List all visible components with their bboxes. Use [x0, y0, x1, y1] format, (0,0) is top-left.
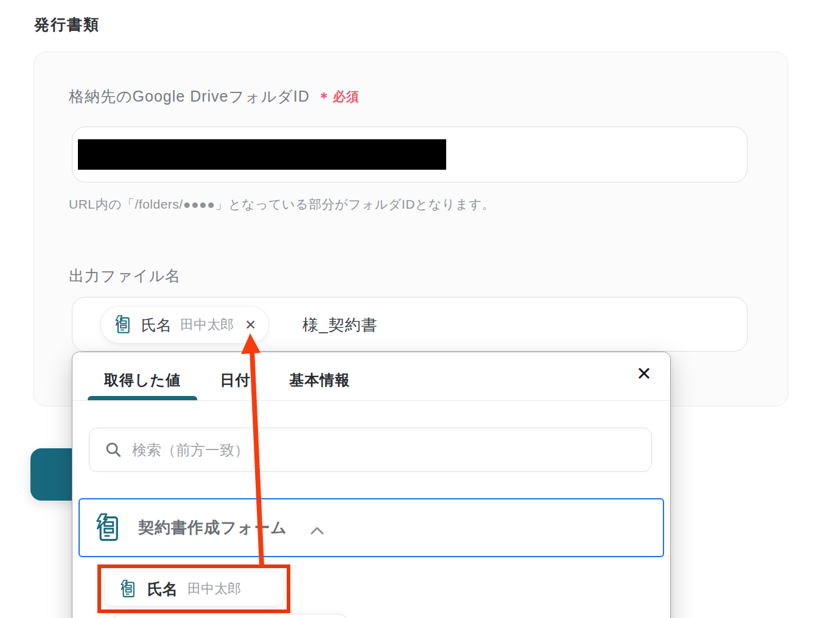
page-title: 発行書類: [34, 15, 100, 35]
search-box[interactable]: [89, 428, 652, 472]
form-icon: [91, 512, 123, 544]
tab-acquired-values-label: 取得した値: [104, 372, 181, 388]
filename-label: 出力ファイル名: [69, 266, 181, 286]
folder-id-helper-text: URL内の「/folders/●●●●」となっている部分がフォルダIDとなります…: [69, 196, 495, 213]
variable-chip[interactable]: 氏名 田中太郎 ✕: [100, 306, 269, 344]
chip-remove-icon[interactable]: ✕: [245, 317, 256, 333]
filename-static-text: 様_契約書: [303, 314, 377, 336]
option-field-value: 田中太郎: [187, 580, 241, 598]
folder-id-label-row: 格納先のGoogle DriveフォルダID ＊ 必須: [69, 86, 360, 106]
form-group-label: 契約書作成フォーム: [138, 517, 287, 538]
tab-acquired-values[interactable]: 取得した値: [88, 367, 197, 400]
option-field-name: 氏名: [147, 579, 178, 599]
required-label: 必須: [333, 88, 360, 105]
tab-date[interactable]: 日付: [203, 367, 267, 400]
active-tab-indicator: [88, 396, 197, 400]
chevron-up-icon[interactable]: [310, 526, 324, 535]
chip-field-value: 田中太郎: [180, 316, 234, 334]
form-icon: [112, 314, 133, 335]
field-option-item[interactable]: 氏名 田中太郎: [105, 571, 284, 606]
search-input[interactable]: [131, 441, 651, 459]
required-badge: ＊ 必須: [317, 87, 360, 106]
tab-basic-info[interactable]: 基本情報: [273, 367, 366, 400]
folder-id-label: 格納先のGoogle DriveフォルダID: [69, 86, 310, 106]
tab-basic-info-label: 基本情報: [289, 372, 350, 388]
annotation-highlight-box: 氏名 田中太郎: [97, 564, 290, 613]
search-icon: [105, 442, 122, 458]
chip-field-name: 氏名: [141, 315, 172, 335]
close-icon[interactable]: ✕: [636, 364, 652, 383]
form-icon: [117, 579, 138, 599]
form-group-row[interactable]: 契約書作成フォーム: [79, 498, 664, 557]
redacted-folder-id-value: [78, 139, 446, 170]
next-option-item-partial[interactable]: [112, 614, 348, 618]
popup-tabs: 取得した値 日付 基本情報 ✕: [72, 352, 670, 401]
required-asterisk-icon: ＊: [317, 88, 331, 107]
tab-date-label: 日付: [220, 372, 250, 388]
screen: 発行書類 格納先のGoogle DriveフォルダID ＊ 必須 URL内の「/…: [0, 0, 840, 618]
variable-picker-popup: 取得した値 日付 基本情報 ✕: [72, 352, 671, 618]
